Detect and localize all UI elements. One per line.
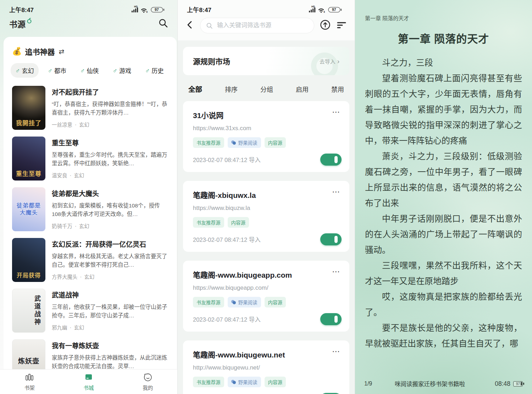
source-search-field[interactable]	[200, 18, 314, 33]
go-import-label: 去导入	[320, 57, 336, 65]
swap-source-icon[interactable]: ⇄	[59, 48, 64, 56]
filter-tab[interactable]: 全部	[188, 84, 202, 94]
svg-text:97: 97	[155, 7, 159, 12]
go-import-link[interactable]: 去导入 ›	[320, 57, 339, 65]
promo-row[interactable]: 💰 追书神器 ⇄	[4, 43, 177, 62]
book-list-item[interactable]: 开局获得 玄幻反派：开局获得一亿亿灵石 穿越玄界，林北极其无语。老丈人家扬言要灭…	[4, 235, 177, 285]
filter-tab[interactable]: 排序	[225, 84, 238, 94]
book-list-item[interactable]: 我開挂了 对不起我开挂了 “叮，恭喜宿主，获得神器如意金箍棒！”“叮，恭喜宿主，…	[4, 83, 177, 133]
enable-toggle[interactable]	[320, 233, 342, 245]
book-list-item[interactable]: 徒弟都是大魔头 徒弟都是大魔头 初到玄幻，废柴模板，唯有收徒108个，授传108…	[4, 184, 177, 235]
source-card[interactable]: 31小说网 ⋯ https://www.31xs.com 书友推荐源 野果阅读	[183, 101, 349, 172]
more-menu-icon[interactable]: ⋯	[332, 348, 340, 355]
book-info: 重生至尊 至尊强者，重生少年时代。携先天至宝，踏遍万里云霄。怀中红颜妖娆，笑斩绝…	[52, 137, 169, 181]
svg-text:HD: HD	[311, 5, 315, 8]
screen-bookstore: 上午8:47 HD 6 97	[0, 0, 177, 394]
book-store-icon	[84, 373, 93, 382]
sort-filter-button[interactable]	[336, 20, 347, 31]
category-label: 仙侠	[87, 66, 99, 75]
book-list: 我開挂了 对不起我开挂了 “叮，恭喜宿主，获得神器如意金箍棒！”“叮，恭喜宿主，…	[4, 83, 177, 387]
source-tag: 野果阅读	[228, 297, 261, 307]
source-tag: 野果阅读	[228, 377, 261, 387]
source-import-time: 2023-02-07 08:47:12 导入	[193, 315, 261, 323]
source-tag: 书友推荐源	[193, 217, 224, 228]
dot-separator: ·	[80, 274, 82, 279]
source-tag: 书友推荐源	[193, 377, 224, 387]
book-genre: 玄幻	[74, 323, 84, 331]
svg-text:97: 97	[332, 7, 336, 12]
category-chip[interactable]: ♂ 玄幻	[11, 63, 39, 78]
tab-bookshelf[interactable]: 书架	[0, 370, 59, 394]
more-menu-icon[interactable]: ⋯	[332, 188, 340, 196]
search-icon[interactable]	[158, 18, 168, 29]
category-chip-row: ♂ 玄幻 ♂ 都市 ♂ 仙侠 ♂ 游戏 ♂ 历史	[4, 62, 177, 83]
source-tag-label: 内容源	[268, 299, 283, 306]
book-genre: 玄幻	[74, 171, 84, 179]
screen-reader: 第一章 陨落的天才 第一章 陨落的天才 斗之力，三段望着测验魔石碑上面闪亮得甚至…	[355, 0, 532, 394]
fruit-badge-icon	[27, 16, 32, 26]
book-cover-title: 武道战神	[33, 295, 41, 326]
source-url: https://www.biquzw.la	[193, 205, 339, 212]
enable-toggle[interactable]	[320, 313, 342, 325]
source-tag-label: 野果阅读	[238, 378, 257, 385]
back-button[interactable]	[185, 20, 195, 31]
book-genre: 玄幻	[79, 222, 89, 229]
male-icon: ♂	[145, 67, 150, 74]
category-chip[interactable]: ♂ 仙侠	[76, 63, 104, 78]
three-screen-composite: 上午8:47 HD 6 97	[0, 0, 532, 394]
paragraph: 斗之力，三段	[365, 55, 522, 71]
category-chip[interactable]: ♂ 游戏	[108, 63, 136, 78]
filter-tab[interactable]: 禁用	[331, 84, 344, 94]
source-card[interactable]: 笔趣阁-xbiquwx.la ⋯ https://www.biquzw.la 书…	[183, 181, 349, 252]
bookstore-header: 书源	[0, 15, 177, 35]
filter-tab[interactable]: 启用	[296, 84, 309, 94]
book-cover-title: 开局获得	[17, 272, 41, 279]
battery-percent: 97	[516, 382, 520, 386]
battery-icon: 97	[513, 381, 523, 387]
book-list-item[interactable]: 武道战神 武道战神 三年前，他收获了一株灵果，却被一位守山弟子抢夺。三年后，那位…	[4, 285, 177, 336]
svg-text:6: 6	[146, 11, 148, 13]
source-card[interactable]: 笔趣阁-www.biqugeapp.com ⋯ https://www.biqu…	[183, 261, 349, 332]
reader-footer: 1/9 咪阅读搬家迁移书架书籍啦 08:48 97	[355, 373, 532, 394]
category-chip[interactable]: ♂ 历史	[140, 63, 168, 78]
signal-wifi-battery-icons: HD 6 97	[131, 5, 168, 13]
source-manager-top: 上午8:47 HD 6 97	[178, 0, 355, 40]
source-tag-label: 野果阅读	[238, 139, 257, 146]
source-tag: 内容源	[265, 377, 286, 387]
book-info: 玄幻反派：开局获得一亿亿灵石 穿越玄界，林北极其无语。老丈人家扬言要灭了自己。便…	[52, 238, 169, 282]
source-card[interactable]: 笔趣阁-www.biqugewu.net ⋯ http://www.biquge…	[183, 340, 349, 394]
bottom-tab-bar: 书架 书城 我的	[0, 369, 177, 394]
book-genre: 玄幻	[84, 273, 94, 280]
source-toolbar	[178, 15, 355, 38]
tab-bookstore[interactable]: 书城	[59, 370, 118, 394]
page-title: 书源	[9, 18, 32, 30]
signal-wifi-battery-icons: HD 6 97	[309, 5, 345, 13]
book-cover-title: 炼妖壶	[18, 357, 39, 366]
rule-market-banner[interactable]: 源规则市场 去导入 ›	[183, 47, 349, 75]
source-import-time: 2023-02-07 08:47:12 导入	[193, 235, 261, 244]
toggle-thumb	[334, 236, 338, 243]
dot-separator: ·	[75, 223, 77, 229]
bookstore-card: 💰 追书神器 ⇄ ♂ 玄幻 ♂ 都市 ♂ 仙侠 ♂	[4, 37, 177, 394]
more-menu-icon[interactable]: ⋯	[332, 108, 340, 116]
source-tag-row: 书友推荐源 野果阅读 内容源	[193, 137, 339, 148]
book-title: 玄幻反派：开局获得一亿亿灵石	[52, 239, 169, 249]
source-search-input[interactable]	[216, 22, 308, 29]
status-bar: 上午8:47 HD 6 97	[0, 0, 177, 15]
reading-area[interactable]: 斗之力，三段望着测验魔石碑上面闪亮得甚至有些刺眼的五个大字，少年面无表情，唇角有…	[365, 55, 522, 367]
svg-text:HD: HD	[134, 5, 138, 8]
tab-mine[interactable]: 我的	[118, 370, 177, 394]
enable-toggle[interactable]	[320, 154, 342, 166]
import-upload-button[interactable]	[320, 19, 331, 32]
status-time: 上午8:47	[9, 5, 34, 14]
filter-tab[interactable]: 分组	[260, 84, 273, 94]
page-title-text: 书源	[9, 18, 26, 30]
dot-separator: ·	[70, 324, 72, 330]
book-list-item[interactable]: 重生至尊 重生至尊 至尊强者，重生少年时代。携先天至宝，踏遍万里云霄。怀中红颜妖…	[4, 133, 177, 184]
paragraph: 哎，这废物真是把家族的脸都给丢光了。	[365, 289, 522, 320]
more-menu-icon[interactable]: ⋯	[332, 268, 340, 276]
book-description: 三年前，他收获了一株灵果，却被一位守山弟子抢夺。三年后，那位守山弟子成…	[52, 303, 169, 320]
search-icon	[206, 22, 213, 29]
paragraph: 萧炎，斗之力，三段级别：低级测验魔石碑之旁，一位中年男子，看了一眼碑上所显示出来…	[365, 149, 522, 211]
category-chip[interactable]: ♂ 都市	[43, 63, 71, 78]
